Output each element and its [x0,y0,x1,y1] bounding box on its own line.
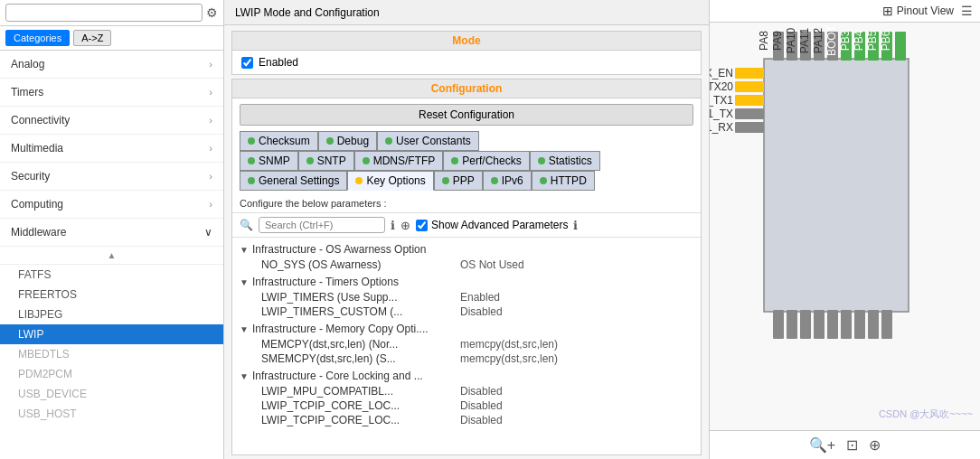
param-row: LWIP_MPU_COMPATIBL... Disabled [240,384,693,398]
tab-mdns-ftfp[interactable]: MDNS/FTFP [354,151,444,171]
param-value: Disabled [460,399,503,412]
tab-key-options[interactable]: Key Options [347,171,433,191]
search-params-input[interactable] [259,217,385,233]
chevron-right-icon: › [209,199,212,210]
tab-snmp[interactable]: SNMP [240,151,298,171]
param-group-header[interactable]: ▼ Infrastructure - OS Awarness Option [240,241,693,258]
svg-rect-29 [735,122,764,133]
group-label: Infrastructure - OS Awarness Option [252,243,427,256]
show-advanced-checkbox[interactable] [416,220,428,231]
svg-rect-37 [854,310,865,339]
tab-user-constants[interactable]: User Constants [377,131,479,151]
middleware-section: Middleware ∨ ▲ FATFS FREERTOS LIBJPEG LW… [0,219,223,424]
info-prev-icon[interactable]: ℹ [391,219,395,232]
param-value: Disabled [460,305,503,318]
green-dot-icon [248,177,255,184]
svg-rect-25 [735,95,764,106]
green-dot-icon [248,157,255,164]
param-group-timers: ▼ Infrastructure - Timers Options LWIP_T… [240,274,693,319]
svg-text:BOOT: BOOT [825,24,838,56]
param-row: LWIP_TCPIP_CORE_LOC... Disabled [240,413,693,427]
zoom-out-button[interactable]: ⊕ [869,436,881,454]
mw-item-lwip[interactable]: LWIP [0,324,223,344]
param-value: OS Not Used [460,258,524,271]
collapse-icon: ▼ [240,324,249,334]
sidebar-search-input[interactable] [5,4,203,22]
chevron-down-icon: ∨ [204,226,212,239]
tab-label: PPP [453,174,475,187]
tab-categories[interactable]: Categories [5,30,70,46]
sidebar-item-computing[interactable]: Computing › [0,191,223,219]
show-advanced: Show Advanced Parameters [416,219,568,231]
tab-label: Perf/Checks [462,155,521,167]
config-section: Configuration Reset Configuration Checks… [231,79,702,455]
mw-item-libjpeg[interactable]: LIBJPEG [0,304,223,324]
param-value: Enabled [460,291,500,304]
sidebar-item-connectivity[interactable]: Connectivity › [0,107,223,135]
param-group-core-locking: ▼ Infrastructure - Core Locking and ... … [240,368,693,427]
tab-general-settings[interactable]: General Settings [240,171,347,191]
pinout-view-button[interactable]: ⊞ Pinout View [882,4,954,18]
collapse-icon: ▼ [240,245,249,255]
fit-button[interactable]: ⊡ [846,436,858,454]
params-header: Configure the below parameters : [232,194,701,213]
param-group-header[interactable]: ▼ Infrastructure - Memory Copy Opti.... [240,321,693,337]
collapse-icon: ▼ [240,277,249,287]
zoom-in-button[interactable]: 🔍+ [809,436,835,454]
param-name: MEMCPY(dst,src,len) (Nor... [261,338,460,351]
param-value: memcpy(dst,src,len) [460,338,558,351]
tab-label: HTTPD [551,174,587,187]
svg-rect-32 [787,310,797,339]
param-group-header[interactable]: ▼ Infrastructure - Timers Options [240,274,693,290]
sidebar-item-security[interactable]: Security › [0,163,223,191]
tab-debug[interactable]: Debug [318,131,377,151]
param-group-header[interactable]: ▼ Infrastructure - Core Locking and ... [240,368,693,384]
svg-text:ETH_TX20: ETH_TX20 [710,80,733,93]
svg-rect-39 [881,310,892,339]
param-name: LWIP_TIMERS_CUSTOM (... [261,305,460,318]
svg-rect-38 [868,310,879,339]
svg-rect-35 [827,310,838,339]
svg-rect-33 [800,310,811,339]
sidebar-tabs: Categories A->Z [0,26,223,51]
search-params-row: 🔍 ℹ ⊕ Show Advanced Parameters ℹ [232,213,701,238]
tab-perf-checks[interactable]: Perf/Checks [443,151,529,171]
info-next-icon[interactable]: ⊕ [400,219,410,232]
config-header: Configuration [232,80,701,98]
help-icon[interactable]: ℹ [573,219,578,232]
reset-config-button[interactable]: Reset Configuration [240,104,693,126]
mw-item-fatfs[interactable]: FATFS [0,265,223,285]
tab-statistics[interactable]: Statistics [530,151,600,171]
sidebar-item-timers[interactable]: Timers › [0,79,223,107]
param-row: LWIP_TCPIP_CORE_LOC... Disabled [240,398,693,413]
tab-ppp[interactable]: PPP [434,171,483,191]
tab-ipv6[interactable]: IPv6 [483,171,532,191]
svg-rect-19 [895,32,906,61]
hamburger-icon[interactable]: ☰ [961,4,973,18]
tab-httpd[interactable]: HTTPD [532,171,595,191]
param-name: LWIP_MPU_COMPATIBL... [261,385,460,398]
sidebar-item-label: Multimedia [11,142,63,155]
tab-checksum[interactable]: Checksum [240,131,318,151]
svg-text:ETH_TX1: ETH_TX1 [710,94,733,107]
pinout-canvas: PA8 PA9 PA10 PA11 PA12 BOOT PB3 PB4 PB5 … [710,23,980,430]
sidebar-item-analog[interactable]: Analog › [0,51,223,79]
chevron-right-icon: › [209,59,212,70]
mw-item-freertos[interactable]: FREERTOS [0,285,223,304]
right-top-bar: ⊞ Pinout View ☰ [710,0,980,23]
tab-label: SNMP [259,155,290,167]
mode-header: Mode [232,32,701,51]
tab-label: General Settings [259,174,339,187]
tab-sntp[interactable]: SNTP [298,151,354,171]
sidebar-item-middleware[interactable]: Middleware ∨ [0,219,223,247]
sidebar-item-multimedia[interactable]: Multimedia › [0,135,223,163]
enabled-checkbox[interactable] [241,57,253,69]
svg-rect-36 [841,310,852,339]
tab-label: Key Options [366,174,425,187]
gear-icon[interactable]: ⚙ [206,5,218,20]
tab-atoz[interactable]: A->Z [73,30,111,46]
bottom-controls: 🔍+ ⊡ ⊕ [710,430,980,459]
green-dot-icon [442,177,449,184]
svg-text:PA8: PA8 [758,31,770,51]
param-row: NO_SYS (OS Awarness) OS Not Used [240,258,693,272]
